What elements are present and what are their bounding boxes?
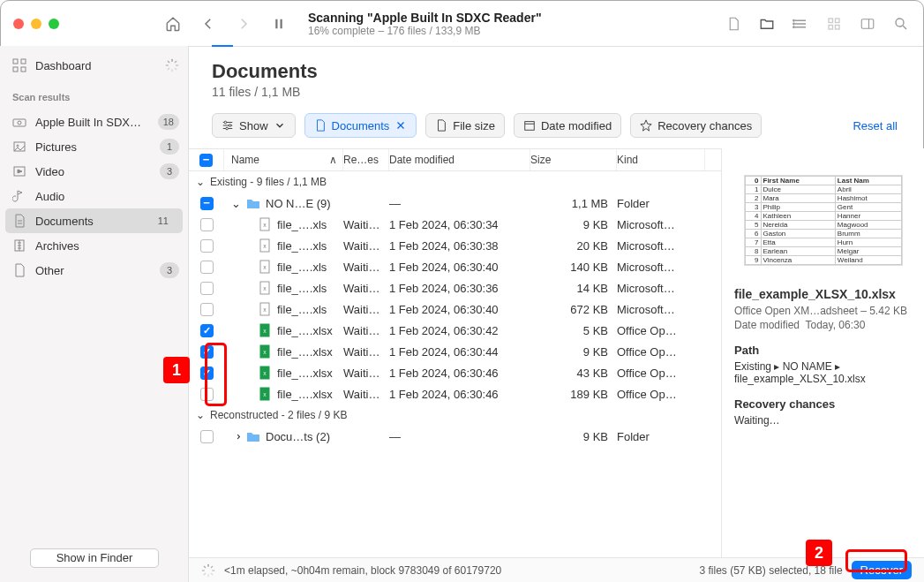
sidebar-dashboard[interactable]: Dashboard bbox=[0, 53, 188, 78]
file-row[interactable]: X file_….xlsx Waiti… 1 Feb 2024, 06:30:4… bbox=[189, 341, 721, 362]
sidebar-item-archives[interactable]: Archives bbox=[0, 233, 188, 258]
xlsx-file-icon: X bbox=[258, 344, 272, 359]
sidebar-item-label: Pictures bbox=[35, 140, 151, 154]
file-row[interactable]: X file_….xls Waiti… 1 Feb 2024, 06:30:34… bbox=[189, 214, 721, 235]
svg-rect-8 bbox=[836, 25, 840, 29]
group-reconstructed[interactable]: ⌄Reconstructed - 2 files / 9 KB bbox=[189, 404, 721, 426]
svg-point-11 bbox=[896, 19, 904, 26]
selection-text: 3 files (57 KB) selected, 18 file bbox=[699, 564, 842, 577]
chip-label: Date modified bbox=[541, 119, 612, 132]
file-check[interactable] bbox=[200, 345, 214, 359]
titlebar: Scanning "Apple Built In SDXC Reader" 16… bbox=[1, 1, 923, 47]
grid-icon bbox=[12, 58, 26, 72]
sidebar-item-video[interactable]: Video 3 bbox=[0, 159, 188, 184]
file-row[interactable]: X file_….xlsx Waiti… 1 Feb 2024, 06:30:4… bbox=[189, 383, 721, 404]
file-row[interactable]: X file_….xls Waiti… 1 Feb 2024, 06:30:36… bbox=[189, 277, 721, 299]
svg-line-59 bbox=[211, 566, 212, 567]
show-in-finder-button[interactable]: Show in Finder bbox=[30, 548, 159, 568]
sidebar-item-audio[interactable]: Audio bbox=[0, 184, 188, 208]
panel-icon[interactable] bbox=[860, 16, 875, 32]
status-bar: <1m elapsed, ~0h04m remain, block 978304… bbox=[189, 557, 924, 582]
file-row[interactable]: X file_….xls Waiti… 1 Feb 2024, 06:30:38… bbox=[189, 235, 721, 256]
file-size: 9 KB bbox=[530, 345, 617, 359]
file-name: file_….xls bbox=[277, 261, 327, 274]
sidebar-item-documents[interactable]: Documents 11 bbox=[5, 208, 183, 233]
file-check[interactable] bbox=[200, 367, 214, 380]
recover-button[interactable]: Recover bbox=[852, 561, 912, 579]
file-row[interactable]: X file_….xls Waiti… 1 Feb 2024, 06:30:40… bbox=[189, 256, 721, 277]
file-check[interactable] bbox=[200, 239, 214, 253]
col-date[interactable]: Date modified bbox=[389, 149, 530, 170]
file-size: 140 KB bbox=[530, 261, 617, 274]
file-name: file_….xls bbox=[277, 239, 327, 253]
file-row[interactable]: X file_….xlsx Waiti… 1 Feb 2024, 06:30:4… bbox=[189, 320, 721, 341]
svg-rect-7 bbox=[829, 25, 833, 29]
sidebar-item-pictures[interactable]: Pictures 1 bbox=[0, 134, 188, 159]
recovery-chances-chip[interactable]: Recovery chances bbox=[630, 113, 762, 138]
recon-check[interactable] bbox=[200, 430, 214, 443]
sidebar-item-applebuiltinsdxc[interactable]: Apple Built In SDXC… 18 bbox=[0, 110, 188, 134]
file-row[interactable]: X file_….xls Waiti… 1 Feb 2024, 06:30:40… bbox=[189, 299, 721, 320]
fullscreen-window-icon[interactable] bbox=[49, 19, 59, 29]
sidebar-icon bbox=[12, 238, 26, 253]
scan-title: Scanning "Apple Built In SDXC Reader" bbox=[308, 11, 542, 25]
folder-icon[interactable] bbox=[759, 16, 775, 32]
file-kind: Microsoft… bbox=[617, 239, 705, 253]
xls-file-icon: X bbox=[258, 302, 272, 316]
col-kind[interactable]: Kind bbox=[617, 149, 705, 170]
file-check[interactable] bbox=[200, 303, 214, 316]
svg-line-57 bbox=[211, 573, 212, 574]
file-name: file_….xlsx bbox=[277, 388, 333, 401]
preview-title: file_example_XLSX_10.xlsx bbox=[734, 287, 912, 301]
xlsx-file-icon: X bbox=[258, 387, 272, 401]
close-icon[interactable] bbox=[394, 119, 407, 132]
file-icon[interactable] bbox=[725, 16, 741, 32]
sidebar-icon bbox=[12, 214, 26, 228]
scan-info: Scanning "Apple Built In SDXC Reader" 16… bbox=[308, 11, 542, 37]
file-recovery: Waiti… bbox=[343, 282, 389, 295]
file-size-chip[interactable]: File size bbox=[425, 113, 505, 138]
pause-icon[interactable] bbox=[271, 16, 287, 32]
show-chip[interactable]: Show bbox=[212, 113, 296, 138]
back-icon[interactable] bbox=[200, 16, 216, 32]
file-check[interactable] bbox=[200, 261, 214, 274]
svg-point-3 bbox=[793, 23, 795, 25]
toolbar-nav bbox=[165, 16, 287, 32]
preview-pane: 0First NameLast Nam1DulceAbril2MaraHashi… bbox=[721, 148, 924, 582]
svg-line-20 bbox=[168, 61, 169, 62]
close-window-icon[interactable] bbox=[13, 19, 24, 29]
sidebar-item-other[interactable]: Other 3 bbox=[0, 258, 188, 283]
list-view-icon[interactable] bbox=[793, 16, 808, 32]
file-size: 672 KB bbox=[530, 303, 617, 316]
group-existing[interactable]: ⌄Existing - 9 files / 1,1 MB bbox=[189, 171, 721, 193]
documents-chip[interactable]: Documents bbox=[304, 113, 417, 138]
home-icon[interactable] bbox=[165, 16, 181, 32]
sidebar-item-label: Audio bbox=[35, 190, 179, 203]
file-check[interactable] bbox=[200, 388, 214, 401]
minimize-window-icon[interactable] bbox=[31, 19, 41, 29]
date-modified-chip[interactable]: Date modified bbox=[514, 113, 621, 138]
search-icon[interactable] bbox=[893, 16, 909, 32]
file-check[interactable] bbox=[200, 218, 214, 231]
file-name: file_….xls bbox=[277, 303, 327, 316]
document-icon bbox=[314, 119, 327, 132]
reset-all-link[interactable]: Reset all bbox=[853, 119, 898, 132]
file-date: 1 Feb 2024, 06:30:42 bbox=[389, 324, 530, 337]
select-all-check[interactable] bbox=[199, 154, 213, 167]
svg-rect-13 bbox=[21, 59, 26, 64]
grid-view-icon[interactable] bbox=[826, 16, 842, 32]
forward-icon[interactable] bbox=[236, 16, 252, 32]
folder-row[interactable]: ⌄ NO N…E (9) — 1,1 MB Folder bbox=[189, 193, 721, 214]
file-check[interactable] bbox=[200, 324, 214, 337]
col-name[interactable]: Name∧ bbox=[224, 149, 343, 170]
sidebar-icon bbox=[12, 115, 26, 129]
svg-line-56 bbox=[204, 566, 205, 567]
folder-check[interactable] bbox=[200, 197, 214, 210]
file-check[interactable] bbox=[200, 282, 214, 295]
sidebar-item-label: Documents bbox=[35, 215, 144, 228]
scan-progress-text: <1m elapsed, ~0h04m remain, block 978304… bbox=[224, 564, 501, 577]
recon-folder-row[interactable]: ⌄ Docu…ts (2) — 9 KB Folder bbox=[189, 426, 721, 447]
col-recovery[interactable]: Re…es bbox=[343, 149, 389, 170]
file-row[interactable]: X file_….xlsx Waiti… 1 Feb 2024, 06:30:4… bbox=[189, 362, 721, 383]
col-size[interactable]: Size bbox=[530, 149, 617, 170]
